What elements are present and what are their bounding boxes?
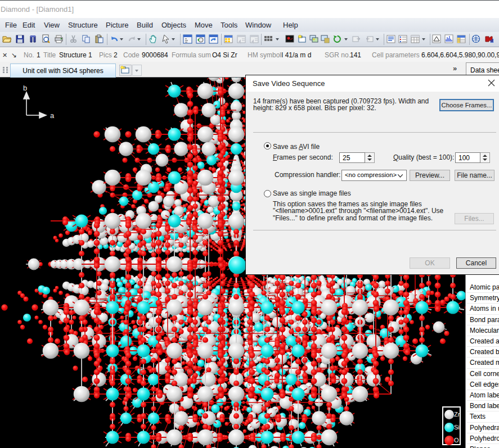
svg-text:b: b bbox=[23, 84, 27, 92]
svg-text:a: a bbox=[50, 111, 55, 120]
